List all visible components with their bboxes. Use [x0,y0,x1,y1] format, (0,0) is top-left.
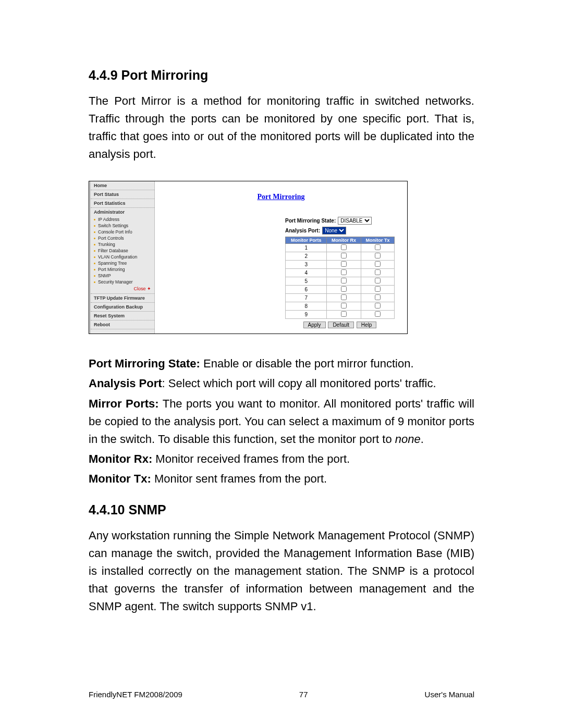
footer-right: User's Manual [425,690,474,699]
def-state: Port Mirroring State: Enable or disable … [89,355,474,373]
nav-sub-switch-settings[interactable]: Switch Settings [91,223,154,229]
nav-sub-snmp[interactable]: SNMP [91,273,154,279]
nav-administrator[interactable]: Administrator [91,208,154,216]
nav-sub-vlan-config[interactable]: VLAN Configuration [91,254,154,260]
tx-checkbox[interactable] [375,294,381,300]
port-cell: 4 [286,269,327,277]
th-monitor-rx: Monitor Rx [327,237,361,244]
port-cell: 2 [286,252,327,261]
def-monitor-rx: Monitor Rx: Monitor received frames from… [89,450,474,468]
table-row: 4 [286,269,395,277]
port-cell: 8 [286,302,327,311]
default-button[interactable]: Default [328,322,354,328]
def-analysis: Analysis Port: Select which port will co… [89,375,474,392]
rx-checkbox[interactable] [341,294,347,300]
tx-checkbox[interactable] [375,253,381,258]
apply-button[interactable]: Apply [303,322,326,328]
port-cell: 1 [286,244,327,252]
ports-table: Monitor Ports Monitor Rx Monitor Tx 1 2 … [285,237,395,319]
content-title: Port Mirroring [159,184,403,216]
table-row: 5 [286,277,395,286]
tx-checkbox[interactable] [375,244,381,250]
help-button[interactable]: Help [357,322,377,328]
port-cell: 3 [286,261,327,269]
rx-checkbox[interactable] [341,244,347,250]
nav-sub-port-controls[interactable]: Port Controls [91,235,154,241]
nav-sub-security-manager[interactable]: Security Manager [91,279,154,285]
table-row: 8 [286,302,395,311]
nav-sub-port-mirroring[interactable]: Port Mirroring [91,266,154,273]
nav-port-statistics[interactable]: Port Statistics [91,199,154,208]
heading-port-mirroring: 4.4.9 Port Mirroring [89,68,474,83]
screenshot-port-mirroring: Home Port Status Port Statistics Adminis… [89,181,408,334]
tx-checkbox[interactable] [375,303,381,309]
nav-port-status[interactable]: Port Status [91,190,154,199]
analysis-label: Analysis Port: [285,228,322,233]
table-row: 6 [286,286,395,294]
nav-reset-system[interactable]: Reset System [91,312,154,320]
rx-checkbox[interactable] [341,311,347,317]
tx-checkbox[interactable] [375,261,381,267]
table-row: 3 [286,261,395,269]
heading-snmp: 4.4.10 SNMP [89,502,474,517]
nav-config-backup[interactable]: Configuration Backup [91,303,154,312]
nav-home[interactable]: Home [91,181,154,190]
table-row: 7 [286,294,395,302]
rx-checkbox[interactable] [341,253,347,258]
state-label: Port Mirroring State: [285,218,338,224]
tx-checkbox[interactable] [375,269,381,275]
para-port-mirroring: The Port Mirror is a method for monitori… [89,92,474,163]
footer-left: FriendlyNET FM2008/2009 [89,690,182,699]
port-cell: 7 [286,294,327,302]
tx-checkbox[interactable] [375,278,381,283]
nav-sub-ip-address[interactable]: IP Address [91,216,154,223]
def-monitor-tx: Monitor Tx: Monitor sent frames from the… [89,470,474,488]
nav-sub-trunking[interactable]: Trunking [91,241,154,248]
th-monitor-tx: Monitor Tx [361,237,394,244]
state-select[interactable]: DISABLE [338,217,372,225]
rx-checkbox[interactable] [341,269,347,275]
table-row: 2 [286,252,395,261]
nav-reboot[interactable]: Reboot [91,320,154,329]
content-pane: Port Mirroring Port Mirroring State: DIS… [155,181,407,334]
nav-sub-console-port-info[interactable]: Console Port Info [91,229,154,235]
footer-page-number: 77 [299,690,308,699]
nav-sub-filter-database[interactable]: Filter Database [91,248,154,254]
rx-checkbox[interactable] [341,286,347,292]
table-row: 9 [286,311,395,319]
nav-sidebar: Home Port Status Port Statistics Adminis… [89,181,155,334]
close-icon: ✦ [147,286,151,291]
tx-checkbox[interactable] [375,311,381,317]
rx-checkbox[interactable] [341,261,347,267]
port-cell: 5 [286,277,327,286]
def-mirror-ports: Mirror Ports: The ports you want to moni… [89,395,474,448]
th-monitor-ports: Monitor Ports [286,237,327,244]
rx-checkbox[interactable] [341,303,347,309]
port-cell: 9 [286,311,327,319]
nav-tftp[interactable]: TFTP Update Firmware [91,294,154,303]
table-row: 1 [286,244,395,252]
nav-sub-spanning-tree[interactable]: Spanning Tree [91,260,154,266]
nav-close[interactable]: Close ✦ [91,285,154,294]
rx-checkbox[interactable] [341,278,347,283]
page-footer: FriendlyNET FM2008/2009 77 User's Manual [89,690,474,699]
para-snmp: Any workstation running the Simple Netwo… [89,527,474,615]
analysis-select[interactable]: None [322,227,346,235]
port-cell: 6 [286,286,327,294]
tx-checkbox[interactable] [375,286,381,292]
